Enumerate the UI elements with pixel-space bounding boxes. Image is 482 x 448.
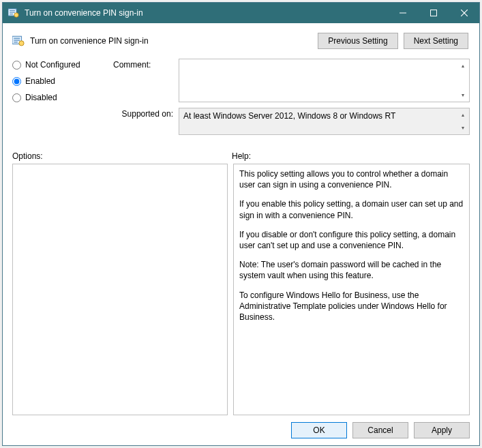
svg-point-13 [19,41,24,46]
svg-rect-3 [10,14,13,14]
radio-disabled-label: Disabled [25,93,57,102]
scroll-down-icon: ▾ [457,122,468,134]
policy-dialog: Turn on convenience PIN sign-in [2,2,480,446]
svg-rect-12 [14,42,18,42]
scroll-down-icon[interactable]: ▾ [457,89,468,101]
supported-label: Supported on: [113,108,179,135]
next-setting-button[interactable]: Next Setting [404,33,468,49]
close-button[interactable] [449,3,479,23]
svg-point-4 [14,13,18,17]
radio-enabled[interactable]: Enabled [12,76,113,86]
options-pane[interactable] [12,164,228,415]
scroll-up-icon[interactable]: ▴ [457,60,468,72]
help-pane: This policy setting allows you to contro… [233,164,470,415]
window-title: Turn on convenience PIN sign-in [25,8,387,18]
minimize-button[interactable] [387,3,418,23]
radio-not-configured-input[interactable] [12,61,21,70]
svg-rect-1 [10,10,15,11]
panes-labels: Options: Help: [12,151,470,161]
radio-disabled[interactable]: Disabled [12,93,113,102]
cancel-button[interactable]: Cancel [352,422,408,438]
ok-button[interactable]: OK [291,422,347,438]
radio-enabled-input[interactable] [12,77,21,86]
radio-not-configured-label: Not Configured [25,60,80,70]
supported-on-box: At least Windows Server 2012, Windows 8 … [179,108,470,135]
policy-name: Turn on convenience PIN sign-in [30,36,318,46]
window-controls [387,3,479,23]
comment-label: Comment: [113,59,179,102]
help-paragraph: Note: The user's domain password will be… [239,259,464,281]
header-row: Turn on convenience PIN sign-in Previous… [12,33,470,49]
comment-textarea[interactable]: ▴ ▾ [179,59,470,102]
svg-rect-11 [14,40,20,40]
dialog-footer: OK Cancel Apply [12,415,470,438]
help-paragraph: To configure Windows Hello for Business,… [239,290,464,323]
supported-on-value: At least Windows Server 2012, Windows 8 … [183,111,395,121]
panes: This policy setting allows you to contro… [12,164,470,415]
options-label: Options: [12,151,232,161]
radio-disabled-input[interactable] [12,93,21,102]
radio-not-configured[interactable]: Not Configured [12,60,113,70]
state-radio-group: Not Configured Enabled Disabled [12,59,113,140]
help-paragraph: If you enable this policy setting, a dom… [239,198,464,220]
svg-rect-10 [14,38,20,39]
help-paragraph: If you disable or don't configure this p… [239,229,464,251]
content-area: Turn on convenience PIN sign-in Previous… [3,23,479,445]
help-label: Help: [232,151,251,161]
help-paragraph: This policy setting allows you to contro… [239,168,464,190]
previous-setting-button[interactable]: Previous Setting [318,33,397,49]
maximize-button[interactable] [418,3,449,23]
svg-rect-6 [430,10,436,16]
radio-enabled-label: Enabled [25,76,55,86]
config-row: Not Configured Enabled Disabled Comment: [12,59,470,140]
apply-button[interactable]: Apply [414,422,470,438]
titlebar: Turn on convenience PIN sign-in [3,3,479,23]
policy-app-icon [8,8,19,18]
scroll-up-icon: ▴ [457,109,468,121]
policy-icon [12,35,25,47]
svg-rect-2 [10,12,15,13]
